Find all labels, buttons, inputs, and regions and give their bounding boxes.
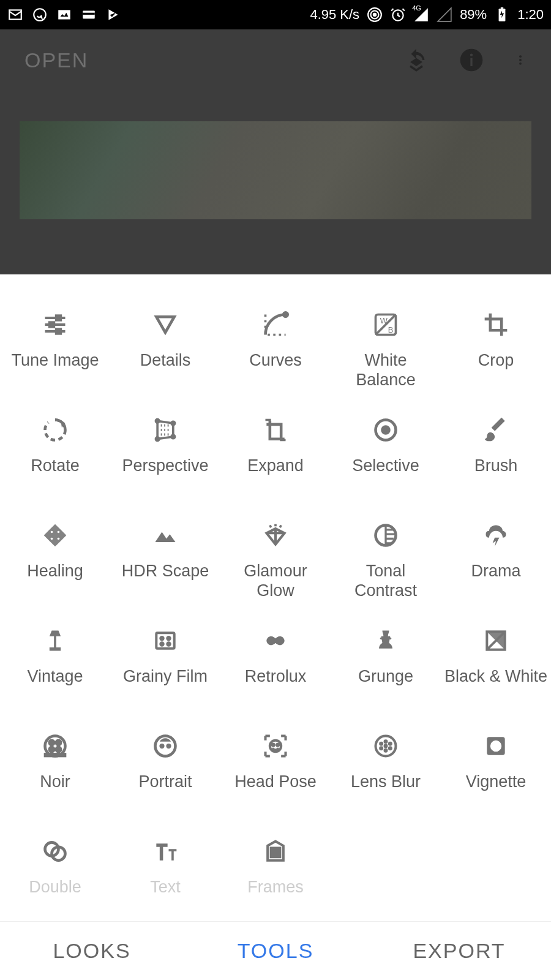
info-icon[interactable] (459, 48, 484, 72)
tool-vignette[interactable]: Vignette (441, 733, 551, 812)
tool-label: Grunge (356, 666, 416, 686)
tool-lens-blur[interactable]: Lens Blur (331, 733, 441, 812)
tool-label: Lens Blur (348, 772, 423, 791)
svg-rect-18 (50, 322, 54, 326)
svg-rect-2 (58, 10, 70, 19)
tool-label: Double (26, 877, 84, 897)
more-icon[interactable] (514, 48, 527, 72)
tool-grainy-film[interactable]: Grainy Film (110, 627, 220, 707)
tool-label: Portrait (136, 772, 194, 791)
tool-brush[interactable]: Brush (441, 417, 551, 496)
svg-point-14 (519, 55, 522, 58)
tool-label: Noir (37, 772, 73, 791)
tool-label: Expand (245, 456, 306, 475)
tab-export[interactable]: EXPORT (367, 922, 551, 980)
svg-rect-48 (44, 753, 67, 757)
tools-grid: Tune Image Details Curves WB White Balan… (0, 274, 551, 921)
tool-label: Drama (468, 561, 523, 581)
tool-label: Rotate (28, 456, 82, 475)
svg-point-61 (389, 747, 391, 749)
editor-dimmed-bg: OPEN (0, 29, 551, 274)
svg-point-58 (389, 743, 391, 745)
svg-point-39 (167, 643, 170, 645)
svg-rect-12 (470, 58, 472, 66)
alarm-icon (390, 7, 406, 23)
tool-frames[interactable]: Frames (220, 838, 331, 918)
tool-retrolux[interactable]: Retrolux (220, 627, 331, 707)
black-white-icon (482, 627, 509, 654)
battery-percent: 89% (460, 7, 487, 23)
tool-label: Vintage (24, 666, 85, 686)
retrolux-icon (262, 627, 289, 654)
expand-icon (262, 417, 289, 443)
svg-rect-10 (501, 7, 503, 9)
svg-point-33 (58, 538, 60, 540)
hdr-scape-icon (152, 522, 179, 549)
tune-image-icon (42, 311, 69, 338)
svg-point-51 (168, 745, 170, 747)
tool-grunge[interactable]: Grunge (331, 627, 441, 707)
svg-point-20 (283, 312, 288, 317)
svg-point-56 (380, 743, 382, 745)
svg-point-53 (272, 744, 274, 746)
tool-label: Grainy Film (121, 666, 210, 686)
svg-point-29 (383, 427, 389, 434)
tool-label: Details (138, 350, 193, 370)
tool-portrait[interactable]: Portrait (110, 733, 220, 812)
tool-curves[interactable]: Curves (220, 311, 331, 391)
tool-black-white[interactable]: Black & White (441, 627, 551, 707)
tool-crop[interactable]: Crop (441, 311, 551, 391)
svg-point-47 (56, 747, 61, 752)
undo-stack-icon[interactable] (404, 48, 429, 72)
tool-hdr-scape[interactable]: HDR Scape (110, 522, 220, 601)
tool-white-balance[interactable]: WB White Balance (331, 311, 441, 391)
perspective-icon (152, 417, 179, 443)
tool-label: Brush (472, 456, 520, 475)
grainy-film-icon (152, 627, 179, 654)
tool-double[interactable]: Double (0, 838, 110, 918)
tool-vintage[interactable]: Vintage (0, 627, 110, 707)
brush-icon (482, 417, 509, 443)
tool-selective[interactable]: Selective (331, 417, 441, 496)
svg-point-25 (171, 421, 175, 425)
svg-point-59 (380, 747, 382, 749)
svg-point-37 (167, 637, 170, 639)
open-button[interactable]: OPEN (24, 48, 88, 72)
tool-tonal-contrast[interactable]: Tonal Contrast (331, 522, 441, 601)
tool-glamour-glow[interactable]: Glamour Glow (220, 522, 331, 601)
tool-details[interactable]: Details (110, 311, 220, 391)
tool-text[interactable]: Text (110, 838, 220, 918)
double-icon (42, 838, 69, 865)
svg-rect-67 (271, 848, 280, 858)
svg-point-41 (389, 638, 392, 640)
svg-point-64 (490, 741, 501, 752)
tool-rotate[interactable]: Rotate (0, 417, 110, 496)
tool-tune-image[interactable]: Tune Image (0, 311, 110, 391)
app-header: OPEN (0, 29, 551, 91)
tool-label: Curves (247, 350, 304, 370)
image-icon (56, 7, 72, 23)
svg-point-45 (56, 741, 61, 745)
tool-perspective[interactable]: Perspective (110, 417, 220, 496)
tool-label: Glamour Glow (220, 561, 331, 601)
text-icon (152, 838, 179, 865)
svg-point-27 (156, 437, 159, 441)
drama-icon (482, 522, 509, 549)
vignette-icon (482, 733, 509, 760)
hotspot-icon (367, 7, 383, 23)
tab-tools[interactable]: TOOLS (184, 922, 367, 980)
tab-looks[interactable]: LOOKS (0, 922, 184, 980)
curves-icon (262, 311, 289, 338)
svg-rect-35 (156, 633, 174, 649)
selective-icon (372, 417, 399, 443)
svg-point-46 (50, 747, 54, 752)
portrait-icon (152, 733, 179, 760)
tool-head-pose[interactable]: Head Pose (220, 733, 331, 812)
tool-label: Selective (350, 456, 422, 475)
tool-noir[interactable]: Noir (0, 733, 110, 812)
tool-healing[interactable]: Healing (0, 522, 110, 601)
tools-panel: Tune Image Details Curves WB White Balan… (0, 274, 551, 980)
svg-point-5 (373, 13, 376, 16)
tool-drama[interactable]: Drama (441, 522, 551, 601)
tool-expand[interactable]: Expand (220, 417, 331, 496)
